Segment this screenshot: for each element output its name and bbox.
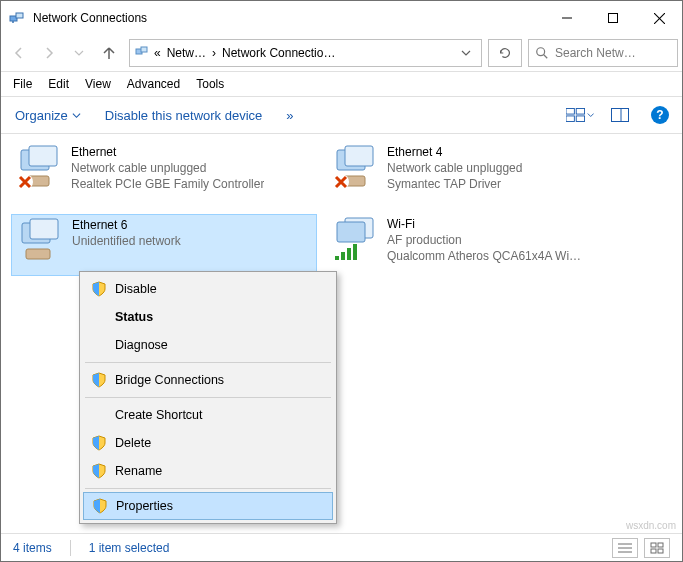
svg-point-2 — [12, 21, 14, 23]
ctx-shortcut-label: Create Shortcut — [115, 408, 203, 422]
address-bar[interactable]: « Netw… › Network Connectio… — [129, 39, 482, 67]
shield-icon — [91, 435, 107, 451]
ctx-properties[interactable]: Properties — [83, 492, 333, 520]
large-icons-view-button[interactable] — [644, 538, 670, 558]
adapter-driver: Realtek PCIe GBE Family Controller — [71, 176, 264, 192]
wifi-icon — [331, 216, 379, 264]
svg-rect-11 — [566, 108, 574, 114]
shield-icon — [91, 281, 107, 297]
svg-rect-31 — [341, 252, 345, 260]
ethernet-icon — [15, 144, 63, 192]
ctx-separator — [85, 397, 331, 398]
search-placeholder: Search Netw… — [555, 46, 636, 60]
svg-rect-30 — [335, 256, 339, 260]
shield-icon — [92, 498, 108, 514]
svg-rect-37 — [651, 543, 656, 547]
window-title: Network Connections — [33, 11, 544, 25]
window-controls — [544, 2, 682, 34]
svg-rect-33 — [353, 244, 357, 260]
search-input[interactable]: Search Netw… — [528, 39, 678, 67]
svg-rect-12 — [576, 108, 584, 114]
ctx-status[interactable]: Status — [83, 303, 333, 331]
adapter-item-selected[interactable]: Ethernet 6 Unidentified network — [11, 214, 317, 276]
ctx-diagnose[interactable]: Diagnose — [83, 331, 333, 359]
back-button[interactable] — [5, 39, 33, 67]
organize-label: Organize — [15, 108, 68, 123]
shield-icon — [91, 372, 107, 388]
adapter-item[interactable]: Ethernet Network cable unplugged Realtek… — [11, 142, 317, 204]
chevron-down-icon — [72, 111, 81, 120]
ctx-rename-label: Rename — [115, 464, 162, 478]
organize-button[interactable]: Organize — [9, 104, 87, 127]
help-button[interactable]: ? — [646, 101, 674, 129]
menu-file[interactable]: File — [5, 75, 40, 93]
adapter-item[interactable]: Ethernet 4 Network cable unplugged Syman… — [327, 142, 633, 204]
forward-button[interactable] — [35, 39, 63, 67]
ethernet-icon — [16, 217, 64, 265]
svg-rect-14 — [576, 116, 584, 122]
breadcrumb-item-2[interactable]: Network Connectio… — [220, 46, 337, 60]
address-dropdown[interactable] — [455, 48, 477, 58]
menu-bar: File Edit View Advanced Tools — [1, 71, 682, 96]
svg-rect-13 — [566, 116, 574, 122]
up-button[interactable] — [95, 39, 123, 67]
adapter-status: Network cable unplugged — [387, 160, 522, 176]
svg-rect-38 — [658, 543, 663, 547]
watermark: wsxdn.com — [626, 520, 676, 531]
ctx-delete[interactable]: Delete — [83, 429, 333, 457]
navigation-bar: « Netw… › Network Connectio… Search Netw… — [1, 35, 682, 71]
ctx-rename[interactable]: Rename — [83, 457, 333, 485]
svg-rect-29 — [337, 222, 365, 242]
svg-rect-15 — [612, 109, 629, 122]
svg-rect-27 — [26, 249, 50, 259]
search-icon — [535, 46, 549, 60]
close-button[interactable] — [636, 2, 682, 34]
ctx-status-label: Status — [115, 310, 153, 324]
more-commands-button[interactable]: » — [280, 104, 299, 127]
svg-rect-39 — [651, 549, 656, 553]
menu-view[interactable]: View — [77, 75, 119, 93]
disable-device-label: Disable this network device — [105, 108, 263, 123]
status-bar: 4 items 1 item selected — [1, 533, 682, 561]
help-icon: ? — [651, 106, 669, 124]
adapter-status: Unidentified network — [72, 233, 181, 249]
svg-rect-26 — [30, 219, 58, 239]
minimize-button[interactable] — [544, 2, 590, 34]
preview-pane-button[interactable] — [606, 101, 634, 129]
app-icon — [9, 10, 25, 26]
ctx-bridge-label: Bridge Connections — [115, 373, 224, 387]
recent-dropdown[interactable] — [65, 39, 93, 67]
shield-icon — [91, 463, 107, 479]
disable-device-button[interactable]: Disable this network device — [99, 104, 269, 127]
menu-tools[interactable]: Tools — [188, 75, 232, 93]
maximize-button[interactable] — [590, 2, 636, 34]
selection-count: 1 item selected — [89, 541, 170, 555]
menu-edit[interactable]: Edit — [40, 75, 77, 93]
svg-rect-18 — [29, 146, 57, 166]
breadcrumb-prefix: « — [154, 46, 161, 60]
adapter-driver: Symantec TAP Driver — [387, 176, 522, 192]
menu-advanced[interactable]: Advanced — [119, 75, 188, 93]
svg-point-9 — [537, 48, 545, 56]
view-options-button[interactable] — [566, 101, 594, 129]
details-view-button[interactable] — [612, 538, 638, 558]
command-bar: Organize Disable this network device » ? — [1, 96, 682, 134]
ctx-bridge[interactable]: Bridge Connections — [83, 366, 333, 394]
control-panel-icon — [134, 45, 150, 61]
adapter-name: Ethernet 6 — [72, 217, 181, 233]
svg-rect-8 — [141, 47, 147, 52]
adapter-name: Ethernet 4 — [387, 144, 522, 160]
ctx-separator — [85, 362, 331, 363]
ctx-disable[interactable]: Disable — [83, 275, 333, 303]
adapter-status: AF production — [387, 232, 581, 248]
adapter-item[interactable]: Wi-Fi AF production Qualcomm Atheros QCA… — [327, 214, 633, 276]
svg-rect-4 — [609, 14, 618, 23]
refresh-button[interactable] — [488, 39, 522, 67]
ethernet-icon — [331, 144, 379, 192]
breadcrumb-item-1[interactable]: Netw… — [165, 46, 208, 60]
svg-rect-32 — [347, 248, 351, 260]
ctx-shortcut[interactable]: Create Shortcut — [83, 401, 333, 429]
status-separator — [70, 540, 71, 556]
adapter-list: Ethernet Network cable unplugged Realtek… — [1, 134, 682, 284]
svg-rect-1 — [16, 13, 23, 18]
